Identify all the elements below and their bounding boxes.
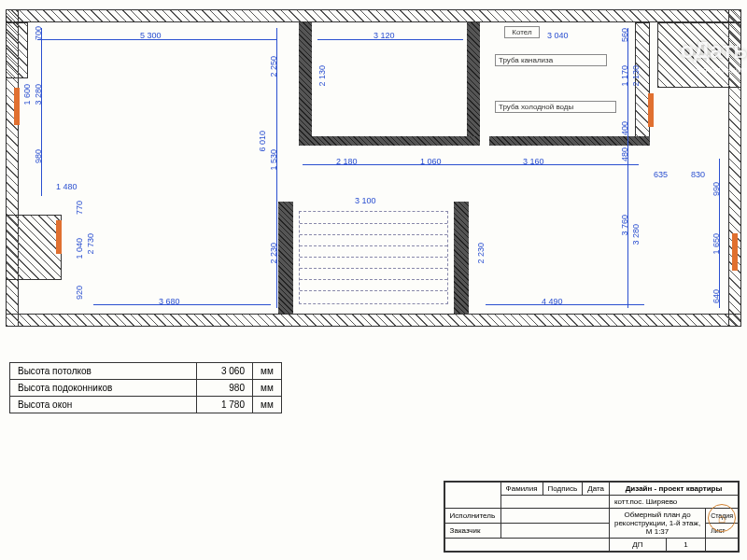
- row-label: Высота окон: [10, 397, 197, 413]
- drawing-title-1: Обмерный план до: [614, 511, 700, 519]
- drawing-title-2: реконструкции, 1-й этаж,: [614, 519, 700, 527]
- val-stage: ДП: [609, 539, 666, 552]
- title-block: Фамилия Подпись Дата Дизайн - проект ква…: [444, 481, 740, 553]
- dimline-left1: [41, 28, 42, 196]
- dim-5300: 5 300: [140, 31, 162, 40]
- dim-700: 700: [34, 26, 43, 40]
- dim-2180: 2 180: [336, 157, 358, 166]
- floor-plan-drawing: Котел Труба канализа Труба холодной воды…: [0, 0, 747, 560]
- row-value: 980: [197, 380, 253, 397]
- door-right-top: [648, 93, 654, 127]
- watermark-subtext: ная компания: [694, 65, 747, 75]
- dim-830: 830: [691, 170, 705, 179]
- watermark-text: оДать: [680, 37, 747, 63]
- border-bottom: [6, 314, 741, 327]
- door-left-mid: [14, 88, 20, 125]
- dim-2230a: 2 230: [269, 243, 278, 264]
- row-unit: мм: [253, 363, 282, 380]
- dim-640: 640: [712, 289, 721, 303]
- dimline-bottom: [93, 304, 271, 305]
- boiler-label: Котел: [504, 26, 540, 38]
- dim-3100: 3 100: [355, 196, 376, 205]
- dim-635: 635: [654, 170, 668, 179]
- dim-3680: 3 680: [159, 297, 180, 306]
- wall-utility-room: [489, 136, 650, 146]
- wall-center-bottom: [299, 136, 480, 146]
- dim-770: 770: [75, 201, 84, 215]
- dim-2130a: 2 130: [317, 65, 327, 87]
- dim-6010: 6 010: [258, 131, 267, 152]
- door-left-lower: [56, 220, 62, 254]
- dim-1040: 1 040: [75, 238, 84, 259]
- dim-3760: 3 760: [620, 215, 629, 236]
- dimline-bottom2: [486, 304, 644, 305]
- dim-3040: 3 040: [547, 31, 569, 40]
- wall-stair-right: [454, 202, 469, 314]
- row-executor: Исполнитель: [444, 509, 500, 524]
- dim-3120: 3 120: [374, 31, 395, 40]
- col-date: Дата: [583, 483, 610, 496]
- dim-400: 400: [620, 121, 629, 135]
- border-top: [6, 9, 741, 22]
- dim-2130b: 2 130: [631, 65, 641, 87]
- col-family: Фамилия: [500, 483, 543, 496]
- dim-1170: 1 170: [620, 65, 629, 87]
- wall-center-left: [299, 22, 312, 146]
- row-label: Высота потолков: [10, 363, 197, 380]
- row-value: 1 780: [197, 397, 253, 413]
- dim-3280b: 3 280: [631, 224, 641, 245]
- table-row: Высота окон 1 780 мм: [10, 397, 282, 413]
- heights-table: Высота потолков 3 060 мм Высота подоконн…: [9, 362, 282, 413]
- dim-4490: 4 490: [542, 297, 563, 306]
- dim-1060: 1 060: [420, 157, 442, 166]
- block-left-bottom: [6, 215, 62, 280]
- pipe-sewer-label: Труба канализа: [495, 54, 607, 66]
- table-row: Высота потолков 3 060 мм: [10, 363, 282, 380]
- drawing-scale: М 1:37: [614, 527, 700, 536]
- dim-3160: 3 160: [523, 157, 544, 166]
- wall-center-right: [467, 22, 480, 146]
- col-sign: Подпись: [543, 483, 583, 496]
- row-unit: мм: [253, 380, 282, 397]
- project-title: Дизайн - проект квартиры: [609, 483, 738, 496]
- dim-990: 990: [712, 182, 721, 196]
- pipe-cold-label: Труба холодной воды: [495, 101, 616, 113]
- dim-920: 920: [75, 286, 84, 300]
- dim-3280a: 3 280: [34, 84, 43, 105]
- dim-480: 480: [620, 147, 629, 161]
- dim-2230b: 2 230: [476, 243, 486, 264]
- dim-2730: 2 730: [86, 233, 95, 255]
- dim-1600: 1 600: [22, 84, 32, 105]
- wall-stair-left: [278, 202, 293, 314]
- door-right-bottom: [732, 233, 738, 271]
- row-unit: мм: [253, 397, 282, 413]
- dim-980: 980: [34, 149, 43, 163]
- dim-560: 560: [620, 28, 629, 42]
- dim-2250: 2 250: [269, 56, 278, 77]
- row-value: 3 060: [197, 363, 253, 380]
- dim-1480: 1 480: [56, 182, 78, 191]
- row-label: Высота подоконников: [10, 380, 197, 397]
- dim-1530: 1 530: [269, 149, 278, 171]
- val-sheet: 1: [666, 539, 705, 552]
- company-stamp-icon: ⌂: [708, 504, 736, 532]
- staircase: [299, 211, 448, 304]
- table-row: Высота подоконников 980 мм: [10, 380, 282, 397]
- row-client: Заказчик: [444, 524, 500, 539]
- block-left-top: [6, 22, 28, 78]
- dim-1650: 1 650: [712, 233, 721, 255]
